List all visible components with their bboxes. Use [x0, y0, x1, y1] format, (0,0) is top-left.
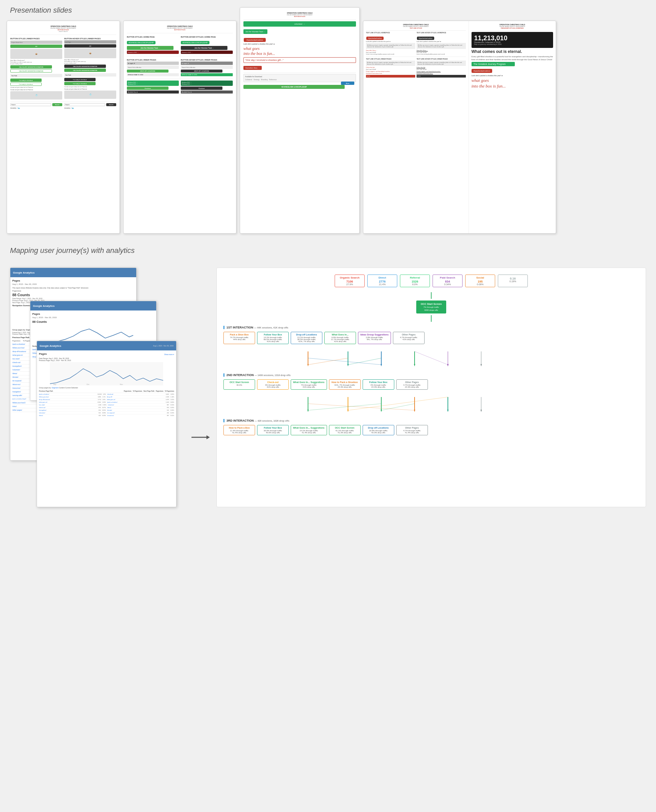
occ-start-box-2: OCC Start Screen 40.0%	[223, 380, 255, 390]
checkout-btn-1: Checkout	[127, 86, 169, 90]
what-goes-box-3: What Goes In... Suggestions 14.1% throug…	[291, 425, 327, 435]
interaction-1st-label: 1ST INTERACTION — 44K sessions, 41K drop…	[223, 326, 639, 329]
script-what-goes-1: what goesinto the box is fun...	[243, 46, 356, 56]
svg-line-16	[308, 358, 348, 365]
traffic-other: 0.16 0.19%	[498, 275, 528, 287]
other-pages-box-2: Other Pages 4.7% through traffic 24.3% d…	[396, 380, 428, 390]
dropoff-box-3: Drop off Locations 10.9% through traffic…	[363, 425, 394, 435]
slide2-home-hover: BUTTON-HOVER STYLES | HOME PAGE	[181, 36, 233, 38]
flow-arrow	[190, 431, 210, 444]
how-to-pack-box-2: How to Pack a Shoebox 41%, 7% through tr…	[329, 380, 360, 390]
ga-logo-3: Google Analytics	[40, 344, 61, 347]
volunteer-banner[interactable]: volunteer →	[243, 21, 356, 26]
ga-screenshots-stack: Google Analytics Pages Aug 1, 2015 - Nov…	[10, 267, 183, 507]
ga-pageviews-label: Pageviews	[12, 290, 21, 292]
btn-preview-ready1: I'm ready to checkout	[10, 79, 42, 82]
svg-marker-19	[307, 364, 309, 366]
checkout-btn-2: Checkout	[181, 86, 223, 90]
paragraph-headline: What comes out is eternal.	[472, 49, 553, 54]
svg-marker-23	[447, 364, 449, 366]
ga-date-2: Aug 1, 2015 - Nov 30, 2015	[32, 316, 154, 318]
big-number: 11,213,010	[474, 35, 551, 41]
other-pages-box-1: Other Pages 4.7% through traffic 41% dro…	[393, 332, 425, 344]
svg-marker-39	[447, 410, 449, 412]
pack-shoebox-box: Pack a Shoe Box 74.7% through traffic 44…	[223, 332, 255, 344]
interaction-2nd-label: 2ND INTERACTION — 1408 sessions, 1318 dr…	[223, 374, 639, 377]
btn-preview-dark: GO	[64, 44, 116, 48]
evangelism-btn-slide3: #EVANGELISM & DISCIPLESHIP	[243, 85, 345, 89]
search-btn-2[interactable]: Search	[106, 103, 116, 106]
hashtag-packed-link1: #ipackedashoebox	[366, 37, 384, 40]
connecting-lines-2	[223, 395, 639, 412]
share-btn[interactable]: Share	[341, 82, 354, 85]
volunteer-btn-1: Join Our Volunteer Team →	[127, 46, 173, 50]
dannella-btn-1: Dannella's Story →	[243, 66, 262, 70]
ga-screenshot-3: Google Analytics Aug 1, 2015 - Nov 30, 2…	[37, 341, 176, 507]
btn-preview-green-1: GO	[10, 45, 62, 48]
interaction-2nd: 2ND INTERACTION — 1408 sessions, 1318 dr…	[223, 374, 639, 390]
slide2-home-btn: BUTTON STYLES | HOME PAGE	[127, 36, 179, 38]
svg-marker-21	[381, 364, 382, 366]
btn-preview-green-3: CALCULATE SUGGESTED DONATION	[64, 69, 106, 72]
ga-show-more[interactable]: Show more ▾	[164, 354, 174, 355]
volunteer-btn-2: Join Our Volunteer Team →	[181, 46, 227, 50]
btn-preview-green-4: I'm ready to checkout	[64, 82, 96, 85]
other-pages-box-3: Other Pages 4.7% through traffic 41.4% d…	[396, 425, 428, 435]
follow-box-2: Follow Your Box 4% through traffic 24.3%…	[363, 380, 394, 390]
slide-card-3: OPERATION CHRISTMAS CHILD ONLINE BRAND I…	[240, 7, 360, 234]
first-interaction-boxes: Pack a Shoe Box 74.7% through traffic 44…	[223, 332, 639, 344]
slide-card-1: OPERATION CHRISTMAS CHILD ONLINE BRAND I…	[7, 21, 120, 234]
img-placeholder-tshirt: 👕	[10, 91, 62, 99]
traffic-sources-row: Organic Search 7106 27.9% Direct 2776 21…	[223, 275, 639, 287]
join-volunteer-btn[interactable]: Join the Volunteer Team →	[243, 29, 268, 34]
follow-box-box-1: Follow Your Box 14.2% through traffic 86…	[257, 332, 289, 344]
svg-line-18	[415, 351, 448, 365]
how-pack-box-3: How to Pack a Box 11.4% through traffic …	[223, 425, 255, 435]
svg-line-15	[308, 358, 381, 365]
svg-text:Oct: Oct	[87, 383, 89, 385]
svg-line-32	[308, 404, 381, 410]
third-interaction-boxes: How to Pack a Box 11.4% through traffic …	[223, 425, 639, 435]
hashtag-packed-1: #ipackedashoebox	[244, 38, 266, 42]
svg-text:Nov: Nov	[120, 383, 123, 385]
svg-text:Sep: Sep	[53, 383, 56, 385]
svg-line-17	[348, 358, 381, 365]
btn-preview-dark3: I'm ready to checkout	[64, 78, 96, 81]
interaction-3rd-label: 3RD INTERACTION — 426 sessions, 1026 dro…	[223, 419, 639, 422]
slide-card-2: OPERATION CHRISTMAS CHILD ONLINE BRAND I…	[123, 21, 237, 234]
btn-preview-dark2: CALCULATE SUGGESTED DONATION	[64, 65, 106, 68]
interaction-1st: 1ST INTERACTION — 44K sessions, 41K drop…	[223, 326, 639, 344]
svg-marker-36	[347, 410, 349, 412]
ga-logo-2: Google Analytics	[33, 304, 55, 307]
paragraph-body: Every gift-filled shoebox is a powerful …	[472, 55, 553, 61]
journey-diagram: Organic Search 7106 27.9% Direct 2776 21…	[217, 267, 646, 507]
script-what-goes-right: what goesinto the box is fun...	[472, 78, 553, 89]
connecting-lines-1	[223, 350, 639, 366]
svg-marker-35	[307, 410, 309, 412]
slide2-inner-btn: BUTTON STYLES | INNER PAGES	[127, 59, 179, 61]
svg-marker-22	[414, 364, 415, 366]
ga-pages-title-2: Pages	[32, 312, 154, 315]
ga-date-1: Aug 1, 2015 - Nov 30, 2015	[12, 283, 134, 285]
second-interaction-boxes: OCC Start Screen 40.0% Check-out 4% thro…	[223, 380, 639, 390]
dropoff-btn-2: DROP-OFF LOCATIONS	[181, 69, 223, 73]
svg-marker-40	[481, 410, 482, 412]
btn-preview-outline: CALCULATE SUGGESTED DONATION	[10, 69, 52, 73]
what-goes-suggestions-box-2: What Goes In... Suggestions 7% through t…	[291, 380, 327, 390]
donate-btn-1: Donate to OCC →	[127, 51, 179, 54]
ga-pages-title-1: Pages	[12, 279, 134, 282]
interaction-3rd: 3RD INTERACTION — 426 sessions, 1026 dro…	[223, 419, 639, 435]
ga-chart-3: Sep Oct Nov	[39, 362, 174, 385]
slides-container: OPERATION CHRISTMAS CHILD ONLINE BRAND I…	[0, 17, 656, 240]
svg-rect-3	[50, 362, 163, 385]
svg-marker-37	[381, 410, 382, 412]
svg-marker-24	[481, 364, 482, 366]
traffic-social: Social 195 0.09%	[465, 275, 495, 287]
search-btn-1[interactable]: Search	[52, 103, 62, 106]
dropoff-locations-box-1: Drop-off Locations 13.1% through traffic…	[291, 332, 322, 344]
btn-preview-green-2: CALCULATE SUGGESTED DONATION	[10, 65, 52, 69]
follow-box-3: Follow Your Box 36.9% through traffic 40…	[257, 425, 289, 435]
traffic-paid: Paid Search 834 0.34%	[433, 275, 463, 287]
svg-marker-20	[347, 364, 349, 366]
traffic-referral: Referral 1526 6.0%	[400, 275, 430, 287]
